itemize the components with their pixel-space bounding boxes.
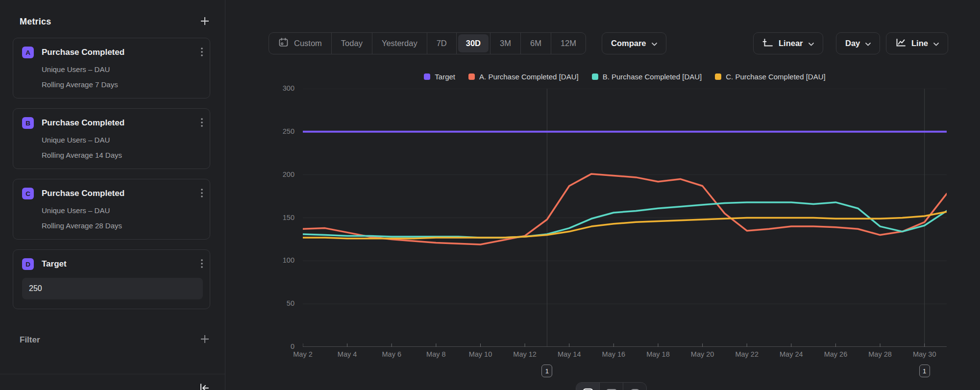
chart-size-small-button[interactable]: [576, 383, 599, 390]
metric-card-menu-button[interactable]: [201, 118, 203, 128]
filter-title: Filter: [20, 335, 40, 345]
y-tick-label: 100: [265, 256, 294, 264]
linear-scale-icon: [762, 38, 773, 49]
chevron-down-icon: [808, 39, 814, 48]
y-tick-label: 50: [265, 299, 294, 307]
range-label: 6M: [530, 39, 541, 48]
legend-label: B. Purchase Completed [DAU]: [603, 73, 702, 81]
x-tick-label: May 20: [681, 350, 725, 358]
y-tick-label: 300: [265, 84, 294, 92]
metric-badge-d: D: [22, 258, 34, 270]
metrics-sidebar: Metrics APurchase CompletedUnique Users …: [0, 0, 225, 390]
metrics-header: Metrics: [20, 16, 210, 28]
scale-label: Linear: [779, 39, 803, 48]
x-tick-label: May 4: [325, 350, 369, 358]
collapse-panel-icon: [198, 388, 210, 390]
metric-card-a: APurchase CompletedUnique Users – DAURol…: [13, 38, 210, 98]
kebab-menu-icon: [201, 189, 203, 199]
legend-item[interactable]: A. Purchase Completed [DAU]: [468, 73, 579, 81]
add-metric-button[interactable]: [199, 16, 210, 28]
metric-card-b: BPurchase CompletedUnique Users – DAURol…: [13, 108, 210, 169]
target-card: D Target: [13, 249, 210, 309]
x-axis-labels: May 2May 4May 6May 8May 10May 12May 14Ma…: [303, 350, 947, 360]
range-label: Custom: [294, 39, 322, 48]
kebab-menu-icon: [201, 259, 203, 269]
range-label: 7D: [437, 39, 447, 48]
x-tick-label: May 24: [769, 350, 813, 358]
kebab-menu-icon: [201, 118, 203, 128]
range-7d-button[interactable]: 7D: [427, 33, 456, 54]
chevron-down-icon: [933, 39, 939, 48]
legend-item[interactable]: Target: [424, 73, 455, 81]
metrics-title: Metrics: [20, 17, 51, 27]
legend-label: C. Purchase Completed [DAU]: [726, 73, 825, 81]
metric-card-menu-button[interactable]: [201, 48, 203, 58]
legend-swatch: [592, 73, 598, 80]
legend-swatch: [468, 73, 475, 80]
metric-card-title: Purchase Completed: [42, 118, 201, 128]
range-label: 30D: [458, 34, 489, 52]
metric-rolling-label: Rolling Average 7 Days: [42, 80, 203, 89]
interval-select-button[interactable]: Day: [836, 32, 880, 54]
chart-plot-area[interactable]: [303, 89, 947, 347]
metric-rolling-label: Rolling Average 14 Days: [42, 151, 203, 159]
series-b: [303, 202, 947, 238]
compare-button[interactable]: Compare: [602, 32, 666, 54]
metric-measure-label: Unique Users – DAU: [42, 206, 203, 215]
metric-card-list: APurchase CompletedUnique Users – DAURol…: [0, 38, 225, 240]
annotation-badge-may-30[interactable]: 1: [919, 365, 930, 377]
x-tick-label: May 18: [636, 350, 680, 358]
target-card-title: Target: [42, 259, 201, 269]
add-filter-button[interactable]: [199, 334, 210, 346]
metric-measure-label: Unique Users – DAU: [42, 65, 203, 73]
x-tick-label: May 16: [591, 350, 636, 358]
x-tick-label: May 12: [503, 350, 547, 358]
range-today-button[interactable]: Today: [331, 33, 372, 54]
range-label: Yesterday: [382, 39, 417, 48]
metric-badge-a: A: [22, 47, 34, 58]
metric-badge-c: C: [22, 188, 34, 199]
x-tick-label: May 22: [725, 350, 769, 358]
x-tick-label: May 6: [369, 350, 414, 358]
chart-size-selector: [576, 382, 647, 390]
range-12m-button[interactable]: 12M: [551, 33, 586, 54]
kebab-menu-icon: [201, 48, 203, 58]
legend-label: Target: [435, 73, 455, 81]
legend-swatch: [424, 73, 430, 80]
metric-rolling-label: Rolling Average 28 Days: [42, 221, 203, 230]
plus-icon: [199, 334, 210, 346]
range-custom-button[interactable]: Custom: [269, 33, 331, 54]
metric-badge-b: B: [22, 117, 34, 129]
range-6m-button[interactable]: 6M: [520, 33, 551, 54]
sidebar-divider: [0, 374, 225, 374]
scale-select-button[interactable]: Linear: [753, 32, 823, 54]
chart-size-large-button[interactable]: [623, 383, 646, 390]
large-panel-icon: [629, 388, 641, 390]
chart-size-medium-button[interactable]: [599, 383, 623, 390]
range-yesterday-button[interactable]: Yesterday: [372, 33, 427, 54]
series-a: [303, 174, 947, 244]
x-tick-label: May 10: [458, 350, 502, 358]
metric-measure-label: Unique Users – DAU: [42, 136, 203, 144]
legend-item[interactable]: B. Purchase Completed [DAU]: [592, 73, 702, 81]
target-card-menu-button[interactable]: [201, 259, 203, 269]
series-c: [303, 212, 947, 239]
collapse-sidebar-button[interactable]: [198, 382, 210, 390]
range-30d-button[interactable]: 30D: [456, 33, 490, 54]
chart-type-select-button[interactable]: Line: [886, 32, 948, 54]
interval-label: Day: [845, 39, 860, 48]
chart-legend: TargetA. Purchase Completed [DAU]B. Purc…: [303, 73, 947, 81]
plus-icon: [199, 16, 210, 28]
y-tick-label: 200: [265, 171, 294, 178]
line-chart: [303, 89, 947, 347]
range-3m-button[interactable]: 3M: [490, 33, 520, 54]
legend-item[interactable]: C. Purchase Completed [DAU]: [715, 73, 825, 81]
chart-panel: CustomTodayYesterday7D30D3M6M12M Compare…: [226, 0, 980, 390]
legend-label: A. Purchase Completed [DAU]: [479, 73, 579, 81]
target-value-input[interactable]: [22, 278, 203, 299]
range-label: 3M: [500, 39, 511, 48]
annotation-badge-may-13[interactable]: 1: [541, 365, 552, 377]
chevron-down-icon: [865, 39, 871, 48]
metric-card-menu-button[interactable]: [201, 189, 203, 199]
x-tick-label: May 2: [281, 350, 325, 358]
